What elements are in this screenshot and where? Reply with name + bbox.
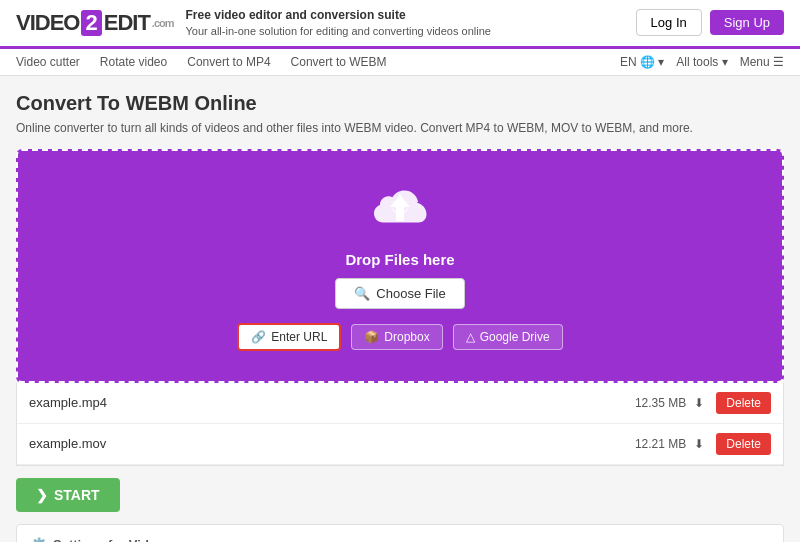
nav-menu[interactable]: Menu ☰ [740, 55, 784, 69]
nav-left: Video cutter Rotate video Convert to MP4… [16, 55, 387, 69]
nav-video-cutter[interactable]: Video cutter [16, 55, 80, 69]
gear-icon: ⚙️ [31, 537, 47, 542]
drop-text: Drop Files here [345, 251, 454, 268]
play-icon: ❯ [36, 487, 48, 503]
logo-tagline: Free video editor and conversion suite Y… [186, 8, 491, 38]
gdrive-icon: △ [466, 330, 475, 344]
file-size: 12.35 MB [635, 396, 686, 410]
page-description: Online converter to turn all kinds of vi… [16, 121, 784, 135]
cloud-upload-icon [370, 181, 430, 241]
file-size: 12.21 MB [635, 437, 686, 451]
start-button[interactable]: ❯ START [16, 478, 120, 512]
header-left: VIDEO 2 EDIT .com Free video editor and … [16, 8, 491, 38]
choose-file-button[interactable]: 🔍 Choose File [335, 278, 464, 309]
enter-url-button[interactable]: 🔗 Enter URL [237, 323, 341, 351]
settings-title: ⚙️ Settings for Video [31, 537, 769, 542]
page-title: Convert To WEBM Online [16, 92, 784, 115]
main: Convert To WEBM Online Online converter … [0, 76, 800, 542]
delete-button[interactable]: Delete [716, 392, 771, 414]
upload-zone: Drop Files here 🔍 Choose File 🔗 Enter UR… [16, 149, 784, 383]
file-meta: 12.35 MB ⬇ [635, 396, 704, 410]
login-button[interactable]: Log In [636, 9, 702, 36]
delete-button[interactable]: Delete [716, 433, 771, 455]
table-row: example.mp4 12.35 MB ⬇ Delete [17, 383, 783, 424]
link-icon: 🔗 [251, 330, 266, 344]
file-list: example.mp4 12.35 MB ⬇ Delete example.mo… [16, 383, 784, 466]
search-icon: 🔍 [354, 286, 370, 301]
download-icon: ⬇ [694, 396, 704, 410]
header: VIDEO 2 EDIT .com Free video editor and … [0, 0, 800, 49]
nav-convert-mp4[interactable]: Convert to MP4 [187, 55, 270, 69]
logo-text1: VIDEO [16, 10, 79, 36]
nav-all-tools[interactable]: All tools ▾ [676, 55, 727, 69]
tagline-sub: Your all-in-one solution for editing and… [186, 25, 491, 37]
google-drive-button[interactable]: △ Google Drive [453, 324, 563, 350]
settings-panel: ⚙️ Settings for Video Change frame rate:… [16, 524, 784, 542]
logo-2: 2 [81, 10, 101, 36]
download-icon: ⬇ [694, 437, 704, 451]
tagline-bold: Free video editor and conversion suite [186, 8, 406, 22]
header-right: Log In Sign Up [636, 9, 784, 36]
nav-language[interactable]: EN 🌐 ▾ [620, 55, 664, 69]
nav-right: EN 🌐 ▾ All tools ▾ Menu ☰ [620, 55, 784, 69]
dropbox-button[interactable]: 📦 Dropbox [351, 324, 442, 350]
logo: VIDEO 2 EDIT .com [16, 10, 174, 36]
table-row: example.mov 12.21 MB ⬇ Delete [17, 424, 783, 465]
nav-convert-webm[interactable]: Convert to WEBM [291, 55, 387, 69]
logo-suffix: .com [152, 17, 174, 29]
file-name: example.mp4 [29, 395, 635, 410]
file-meta: 12.21 MB ⬇ [635, 437, 704, 451]
nav: Video cutter Rotate video Convert to MP4… [0, 49, 800, 76]
signup-button[interactable]: Sign Up [710, 10, 784, 35]
logo-text2: EDIT [104, 10, 150, 36]
url-options: 🔗 Enter URL 📦 Dropbox △ Google Drive [237, 323, 562, 351]
nav-rotate-video[interactable]: Rotate video [100, 55, 167, 69]
file-name: example.mov [29, 436, 635, 451]
dropbox-icon: 📦 [364, 330, 379, 344]
